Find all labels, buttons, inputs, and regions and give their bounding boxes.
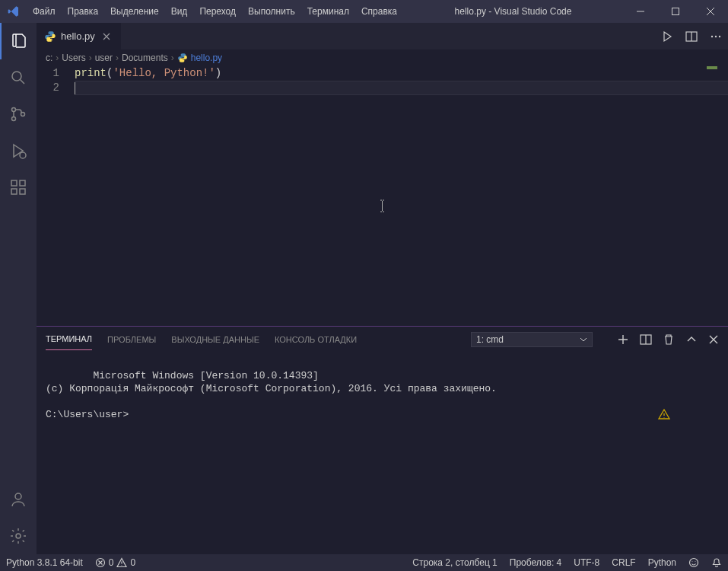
minimize-button[interactable] [623, 0, 658, 23]
svg-point-10 [15, 493, 21, 499]
text-cursor-icon [379, 199, 380, 212]
code-content[interactable]: print('Hello, Python!') [75, 66, 728, 326]
menu-run[interactable]: Выполнить [242, 0, 301, 23]
panel-tab-terminal[interactable]: ТЕРМИНАЛ [46, 328, 92, 350]
vscode-logo-icon [0, 5, 27, 18]
line-numbers: 1 2 [37, 66, 75, 326]
svg-point-4 [21, 113, 25, 116]
settings-gear-icon[interactable] [0, 518, 37, 554]
search-icon[interactable] [0, 59, 37, 96]
svg-point-3 [12, 117, 16, 121]
chevron-right-icon: › [171, 53, 174, 63]
status-encoding[interactable]: UTF-8 [567, 554, 606, 571]
breadcrumb-part[interactable]: Users [62, 53, 85, 63]
menu-view[interactable]: Вид [165, 0, 194, 23]
menu-help[interactable]: Справка [355, 0, 403, 23]
terminal-selector-label: 1: cmd [476, 334, 504, 345]
terminal-selector[interactable]: 1: cmd [471, 332, 593, 347]
svg-point-2 [12, 108, 16, 112]
tab-label: hello.py [61, 30, 95, 42]
window-controls [623, 0, 728, 23]
status-eol[interactable]: CRLF [606, 554, 641, 571]
run-debug-icon[interactable] [0, 132, 37, 169]
editor-cursor [75, 82, 75, 94]
status-python-version[interactable]: Python 3.8.1 64-bit [0, 554, 89, 571]
minimap[interactable] [707, 66, 717, 69]
panel-tab-output[interactable]: ВЫХОДНЫЕ ДАННЫЕ [171, 329, 259, 350]
panel-tabs: ТЕРМИНАЛ ПРОБЛЕМЫ ВЫХОДНЫЕ ДАННЫЕ КОНСОЛ… [37, 327, 728, 352]
kill-terminal-icon[interactable] [663, 333, 675, 346]
svg-rect-6 [11, 180, 17, 186]
warning-icon[interactable] [658, 382, 717, 446]
menu-go[interactable]: Переход [193, 0, 242, 23]
split-editor-icon[interactable] [685, 30, 698, 43]
svg-rect-7 [11, 189, 17, 194]
terminal-content[interactable]: Microsoft Windows [Version 10.0.14393] (… [37, 352, 728, 554]
status-notifications-icon[interactable] [705, 554, 728, 571]
more-actions-icon[interactable] [710, 30, 722, 43]
explorer-icon[interactable] [0, 23, 37, 59]
svg-point-1 [12, 72, 21, 81]
svg-point-15 [719, 35, 720, 37]
breadcrumbs[interactable]: c: › Users › user › Documents › hello.py [37, 49, 728, 66]
svg-point-18 [690, 559, 698, 567]
statusbar: Python 3.8.1 64-bit 0 0 Строка 2, столбе… [0, 554, 728, 571]
titlebar: Файл Правка Выделение Вид Переход Выполн… [0, 0, 728, 23]
menu-edit[interactable]: Правка [62, 0, 105, 23]
status-indent[interactable]: Пробелов: 4 [504, 554, 568, 571]
accounts-icon[interactable] [0, 481, 37, 518]
activitybar [0, 23, 37, 554]
panel-tab-problems[interactable]: ПРОБЛЕМЫ [107, 329, 156, 350]
svg-point-14 [715, 35, 717, 37]
status-problems[interactable]: 0 0 [89, 554, 141, 571]
terminal-text: Microsoft Windows [Version 10.0.14393] (… [46, 370, 497, 420]
editor-area: hello.py c: › Users › [37, 23, 728, 554]
extensions-icon[interactable] [0, 169, 37, 206]
main: hello.py c: › Users › [0, 23, 728, 554]
breadcrumb-part[interactable]: Documents [122, 53, 168, 63]
svg-point-11 [16, 534, 21, 538]
close-button[interactable] [693, 0, 728, 23]
maximize-panel-icon[interactable] [685, 333, 698, 346]
close-panel-icon[interactable] [708, 334, 719, 345]
error-icon [95, 557, 106, 568]
split-terminal-icon[interactable] [640, 333, 652, 346]
svg-rect-9 [20, 180, 25, 186]
window-title: hello.py - Visual Studio Code [403, 6, 623, 17]
menu-file[interactable]: Файл [27, 0, 62, 23]
status-errors-count: 0 [109, 557, 114, 568]
editor-tabs: hello.py [37, 23, 728, 49]
breadcrumb-part[interactable]: c: [46, 53, 52, 63]
chevron-right-icon: › [56, 53, 59, 63]
status-feedback-icon[interactable] [682, 554, 705, 571]
panel-tab-debug[interactable]: КОНСОЛЬ ОТЛАДКИ [275, 329, 357, 350]
svg-rect-0 [672, 8, 679, 15]
status-line-col[interactable]: Строка 2, столбец 1 [406, 554, 503, 571]
breadcrumb-file[interactable]: hello.py [177, 53, 222, 63]
tab-hello-py[interactable]: hello.py [37, 23, 122, 49]
panel: ТЕРМИНАЛ ПРОБЛЕМЫ ВЫХОДНЫЕ ДАННЫЕ КОНСОЛ… [37, 326, 728, 554]
status-language[interactable]: Python [642, 554, 682, 571]
breadcrumb-file-label: hello.py [191, 53, 222, 63]
code-editor[interactable]: 1 2 print('Hello, Python!') [37, 66, 728, 326]
source-control-icon[interactable] [0, 96, 37, 132]
menubar: Файл Правка Выделение Вид Переход Выполн… [27, 0, 403, 23]
menu-terminal[interactable]: Терминал [301, 0, 355, 23]
maximize-button[interactable] [658, 0, 693, 23]
svg-point-5 [20, 152, 26, 158]
chevron-right-icon: › [89, 53, 92, 63]
breadcrumb-part[interactable]: user [95, 53, 113, 63]
python-file-icon [44, 30, 56, 43]
new-terminal-icon[interactable] [617, 333, 629, 346]
chevron-right-icon: › [116, 53, 119, 63]
status-warnings-count: 0 [130, 557, 135, 568]
svg-point-13 [711, 35, 713, 37]
chevron-down-icon [580, 336, 587, 343]
svg-rect-8 [20, 189, 25, 194]
tab-close-icon[interactable] [100, 30, 113, 43]
menu-selection[interactable]: Выделение [104, 0, 165, 23]
run-file-icon[interactable] [661, 30, 673, 43]
warning-icon [116, 557, 127, 568]
